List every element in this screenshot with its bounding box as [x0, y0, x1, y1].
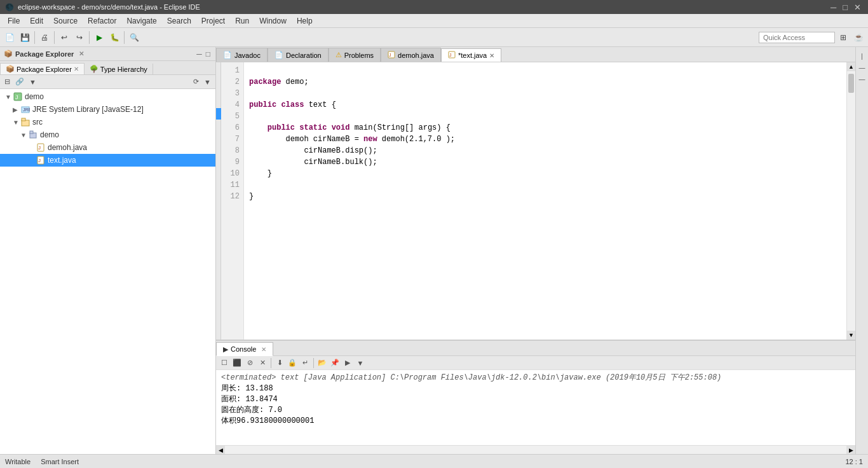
run-button[interactable]: ▶: [92, 31, 106, 45]
console-new-launch[interactable]: ▶: [342, 357, 353, 369]
sync-btn[interactable]: ⟳: [191, 77, 201, 86]
panel-maximize[interactable]: □: [205, 50, 212, 59]
scroll-right[interactable]: ▶: [846, 446, 855, 455]
tab-demoh-java[interactable]: J demoh.java: [381, 48, 441, 62]
tab-declaration[interactable]: 📄 Declaration: [268, 48, 329, 62]
console-remove-launch[interactable]: ✕: [257, 357, 268, 369]
scroll-up[interactable]: ▲: [847, 62, 855, 71]
demoh-label: demoh.java: [48, 143, 87, 152]
hierarchy-tab-icon: 🌳: [90, 65, 98, 73]
toggle-demo[interactable]: ▼: [5, 93, 13, 100]
code-editor[interactable]: package demo; public class text { public…: [244, 62, 846, 340]
package-explorer-tab-icon: 📦: [6, 65, 15, 73]
tab-console[interactable]: ▶ Console ✕: [216, 342, 273, 356]
console-open-file[interactable]: 📂: [316, 357, 328, 369]
writable-status: Writable: [5, 458, 31, 465]
demo-package-label: demo: [40, 130, 59, 139]
panel-minimize[interactable]: ─: [195, 50, 203, 59]
perspective-button[interactable]: ⊞: [836, 31, 850, 45]
tab-close-package[interactable]: ✕: [74, 65, 79, 72]
svg-text:J: J: [38, 158, 41, 163]
demo-label: demo: [25, 92, 44, 101]
java-perspective[interactable]: ☕: [851, 31, 865, 45]
console-clear[interactable]: ☐: [219, 357, 230, 369]
menu-project[interactable]: Project: [196, 15, 230, 27]
scroll-left[interactable]: ◀: [216, 446, 225, 455]
menu-source[interactable]: Source: [48, 15, 83, 27]
maximize-button[interactable]: □: [841, 3, 850, 12]
tree-item-demo-package[interactable]: ▼ demo: [0, 128, 215, 141]
menu-navigate[interactable]: Navigate: [121, 15, 161, 27]
console-hscroll[interactable]: ◀ ▶: [216, 445, 855, 454]
bookmark-marker[interactable]: —: [857, 74, 867, 84]
menu-file[interactable]: File: [3, 15, 25, 27]
print-button[interactable]: 🖨: [37, 31, 51, 45]
toggle-jre[interactable]: ▶: [13, 106, 20, 113]
tree-item-jre[interactable]: ▶ JRE JRE System Library [JavaSE-12]: [0, 103, 215, 116]
console-tab-close[interactable]: ✕: [261, 346, 266, 353]
tree-item-demoh[interactable]: ▶ J demoh.java: [0, 141, 215, 154]
menu-help[interactable]: Help: [292, 15, 318, 27]
separator-1: [34, 31, 35, 44]
quick-access-input[interactable]: [759, 32, 835, 43]
console-terminate[interactable]: ⬛: [231, 357, 243, 369]
close-button[interactable]: ✕: [852, 3, 863, 12]
panel-header: 📦 Package Explorer ✕ ─ □: [0, 47, 215, 61]
right-sidebar: | — —: [855, 47, 868, 454]
title-bar-controls[interactable]: ─ □ ✕: [829, 3, 863, 12]
redo-button[interactable]: ↪: [72, 31, 86, 45]
panel-controls: ─ □: [195, 50, 212, 59]
svg-text:JRE: JRE: [23, 107, 30, 112]
tree-item-text-java[interactable]: ▶ J text.java: [0, 154, 215, 167]
tab-package-explorer[interactable]: 📦 Package Explorer ✕: [0, 63, 85, 74]
console-word-wrap[interactable]: ↵: [299, 357, 311, 369]
search-button[interactable]: 🔍: [127, 31, 141, 45]
undo-button[interactable]: ↩: [57, 31, 71, 45]
panel-close-x[interactable]: ✕: [79, 50, 84, 57]
save-button[interactable]: 💾: [18, 31, 32, 45]
console-toolbar: ☐ ⬛ ⊘ ✕ ⬇ 🔒 ↵ 📂 📌 ▶ ▼: [216, 356, 855, 370]
title-bar-title: 🌑 eclipse-workspace - demo/src/demo/text…: [5, 3, 200, 11]
editor-area: 123456789101112 package demo; public cla…: [216, 62, 855, 340]
console-scroll-end[interactable]: ⬇: [274, 357, 285, 369]
scroll-track[interactable]: [847, 71, 855, 331]
console-sep1: [271, 358, 271, 368]
console-menu[interactable]: ▼: [355, 357, 366, 369]
debug-button[interactable]: 🐛: [107, 31, 121, 45]
menu-run[interactable]: Run: [230, 15, 254, 27]
task-marker[interactable]: —: [857, 62, 867, 72]
console-tabs: ▶ Console ✕: [216, 341, 855, 356]
tree-item-src[interactable]: ▼ src: [0, 116, 215, 128]
menu-window[interactable]: Window: [254, 15, 292, 27]
console-pin[interactable]: 📌: [329, 357, 341, 369]
declaration-tab-icon: 📄: [275, 51, 283, 59]
link-editor-btn[interactable]: 🔗: [13, 77, 26, 86]
toggle-src[interactable]: ▼: [13, 119, 20, 126]
tab-javadoc[interactable]: 📄 Javadoc: [216, 48, 268, 62]
new-button[interactable]: 📄: [3, 31, 17, 45]
hscroll-track[interactable]: [225, 447, 846, 453]
src-label: src: [32, 118, 43, 127]
menu-edit[interactable]: Edit: [25, 15, 48, 27]
insert-mode-status: Smart Insert: [41, 458, 79, 465]
editor-vscroll[interactable]: ▲ ▼: [846, 62, 855, 340]
console-scroll-lock[interactable]: 🔒: [287, 357, 298, 369]
close-text-java[interactable]: ✕: [489, 52, 494, 59]
scroll-down[interactable]: ▼: [847, 331, 855, 340]
demoh-file-icon: J: [36, 142, 46, 153]
overview-ruler[interactable]: |: [857, 51, 867, 61]
tab-type-hierarchy[interactable]: 🌳 Type Hierarchy: [85, 64, 153, 74]
scroll-thumb[interactable]: [848, 74, 854, 93]
view-menu-btn[interactable]: ▼: [27, 78, 38, 86]
minimize-button[interactable]: ─: [829, 3, 838, 12]
tree-item-demo[interactable]: ▼ J demo: [0, 90, 215, 103]
console-line: 面积: 13.8474: [221, 394, 850, 405]
menu-refactor[interactable]: Refactor: [83, 15, 121, 27]
collapse-all-btn[interactable]: ⊟: [3, 77, 12, 86]
filter-btn[interactable]: ▼: [202, 78, 213, 86]
console-disconnect[interactable]: ⊘: [244, 357, 255, 369]
menu-search[interactable]: Search: [162, 15, 196, 27]
tab-problems[interactable]: ⚠ Problems: [329, 48, 381, 62]
toggle-demo-package[interactable]: ▼: [20, 132, 28, 139]
tab-text-java[interactable]: J *text.java ✕: [441, 48, 501, 62]
